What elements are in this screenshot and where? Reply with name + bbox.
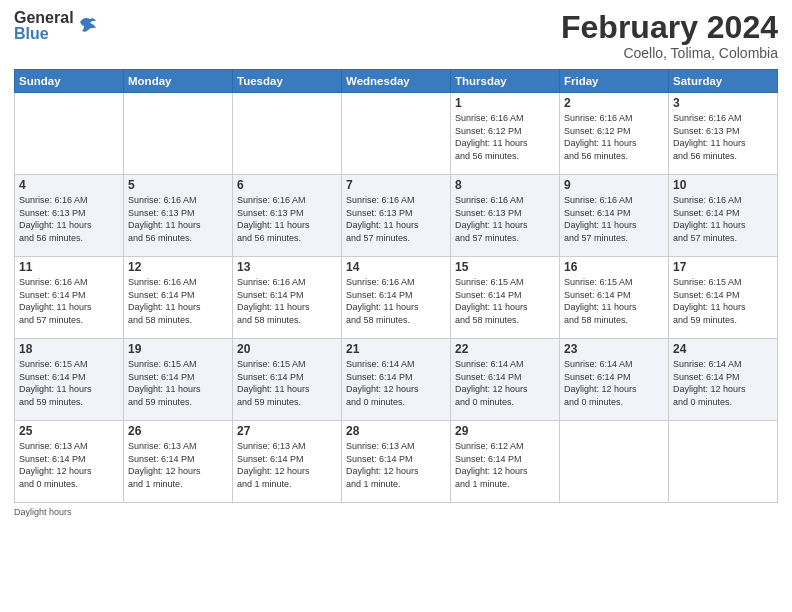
day-number: 26 bbox=[128, 424, 228, 438]
day-info: Sunrise: 6:16 AM Sunset: 6:14 PM Dayligh… bbox=[673, 194, 773, 244]
day-number: 5 bbox=[128, 178, 228, 192]
calendar-day-cell bbox=[560, 421, 669, 503]
calendar-day-cell: 5Sunrise: 6:16 AM Sunset: 6:13 PM Daylig… bbox=[124, 175, 233, 257]
day-info: Sunrise: 6:16 AM Sunset: 6:13 PM Dayligh… bbox=[19, 194, 119, 244]
day-number: 29 bbox=[455, 424, 555, 438]
calendar-day-cell: 12Sunrise: 6:16 AM Sunset: 6:14 PM Dayli… bbox=[124, 257, 233, 339]
calendar-day-cell: 13Sunrise: 6:16 AM Sunset: 6:14 PM Dayli… bbox=[233, 257, 342, 339]
day-number: 15 bbox=[455, 260, 555, 274]
day-number: 23 bbox=[564, 342, 664, 356]
logo-general-text: General bbox=[14, 10, 74, 26]
calendar-week-row: 25Sunrise: 6:13 AM Sunset: 6:14 PM Dayli… bbox=[15, 421, 778, 503]
day-info: Sunrise: 6:16 AM Sunset: 6:12 PM Dayligh… bbox=[455, 112, 555, 162]
day-info: Sunrise: 6:14 AM Sunset: 6:14 PM Dayligh… bbox=[564, 358, 664, 408]
day-number: 3 bbox=[673, 96, 773, 110]
calendar-day-cell: 26Sunrise: 6:13 AM Sunset: 6:14 PM Dayli… bbox=[124, 421, 233, 503]
day-info: Sunrise: 6:15 AM Sunset: 6:14 PM Dayligh… bbox=[455, 276, 555, 326]
calendar-day-cell: 17Sunrise: 6:15 AM Sunset: 6:14 PM Dayli… bbox=[669, 257, 778, 339]
calendar-day-cell: 21Sunrise: 6:14 AM Sunset: 6:14 PM Dayli… bbox=[342, 339, 451, 421]
calendar-day-cell: 29Sunrise: 6:12 AM Sunset: 6:14 PM Dayli… bbox=[451, 421, 560, 503]
calendar-week-row: 4Sunrise: 6:16 AM Sunset: 6:13 PM Daylig… bbox=[15, 175, 778, 257]
calendar-day-cell bbox=[342, 93, 451, 175]
calendar-day-cell: 15Sunrise: 6:15 AM Sunset: 6:14 PM Dayli… bbox=[451, 257, 560, 339]
day-number: 8 bbox=[455, 178, 555, 192]
day-number: 4 bbox=[19, 178, 119, 192]
calendar-day-cell: 28Sunrise: 6:13 AM Sunset: 6:14 PM Dayli… bbox=[342, 421, 451, 503]
day-info: Sunrise: 6:16 AM Sunset: 6:14 PM Dayligh… bbox=[19, 276, 119, 326]
day-number: 20 bbox=[237, 342, 337, 356]
calendar-header-row: SundayMondayTuesdayWednesdayThursdayFrid… bbox=[15, 70, 778, 93]
weekday-header-tuesday: Tuesday bbox=[233, 70, 342, 93]
day-number: 22 bbox=[455, 342, 555, 356]
day-info: Sunrise: 6:16 AM Sunset: 6:14 PM Dayligh… bbox=[346, 276, 446, 326]
logo-blue-text: Blue bbox=[14, 26, 74, 42]
day-number: 17 bbox=[673, 260, 773, 274]
day-info: Sunrise: 6:15 AM Sunset: 6:14 PM Dayligh… bbox=[673, 276, 773, 326]
calendar-day-cell: 25Sunrise: 6:13 AM Sunset: 6:14 PM Dayli… bbox=[15, 421, 124, 503]
weekday-header-friday: Friday bbox=[560, 70, 669, 93]
day-info: Sunrise: 6:14 AM Sunset: 6:14 PM Dayligh… bbox=[346, 358, 446, 408]
day-number: 6 bbox=[237, 178, 337, 192]
calendar-day-cell: 4Sunrise: 6:16 AM Sunset: 6:13 PM Daylig… bbox=[15, 175, 124, 257]
day-number: 10 bbox=[673, 178, 773, 192]
day-info: Sunrise: 6:12 AM Sunset: 6:14 PM Dayligh… bbox=[455, 440, 555, 490]
day-info: Sunrise: 6:15 AM Sunset: 6:14 PM Dayligh… bbox=[128, 358, 228, 408]
day-number: 18 bbox=[19, 342, 119, 356]
day-info: Sunrise: 6:16 AM Sunset: 6:13 PM Dayligh… bbox=[673, 112, 773, 162]
calendar-day-cell: 23Sunrise: 6:14 AM Sunset: 6:14 PM Dayli… bbox=[560, 339, 669, 421]
day-info: Sunrise: 6:13 AM Sunset: 6:14 PM Dayligh… bbox=[237, 440, 337, 490]
calendar-day-cell: 6Sunrise: 6:16 AM Sunset: 6:13 PM Daylig… bbox=[233, 175, 342, 257]
calendar-day-cell: 20Sunrise: 6:15 AM Sunset: 6:14 PM Dayli… bbox=[233, 339, 342, 421]
footer-daylight: Daylight hours bbox=[14, 507, 778, 517]
weekday-header-monday: Monday bbox=[124, 70, 233, 93]
day-number: 21 bbox=[346, 342, 446, 356]
weekday-header-sunday: Sunday bbox=[15, 70, 124, 93]
day-number: 16 bbox=[564, 260, 664, 274]
calendar-day-cell: 2Sunrise: 6:16 AM Sunset: 6:12 PM Daylig… bbox=[560, 93, 669, 175]
day-number: 19 bbox=[128, 342, 228, 356]
calendar-day-cell: 7Sunrise: 6:16 AM Sunset: 6:13 PM Daylig… bbox=[342, 175, 451, 257]
day-number: 12 bbox=[128, 260, 228, 274]
day-info: Sunrise: 6:14 AM Sunset: 6:14 PM Dayligh… bbox=[673, 358, 773, 408]
day-info: Sunrise: 6:16 AM Sunset: 6:13 PM Dayligh… bbox=[128, 194, 228, 244]
day-info: Sunrise: 6:13 AM Sunset: 6:14 PM Dayligh… bbox=[128, 440, 228, 490]
day-number: 14 bbox=[346, 260, 446, 274]
calendar-day-cell bbox=[124, 93, 233, 175]
day-number: 27 bbox=[237, 424, 337, 438]
day-info: Sunrise: 6:15 AM Sunset: 6:14 PM Dayligh… bbox=[19, 358, 119, 408]
day-number: 7 bbox=[346, 178, 446, 192]
day-info: Sunrise: 6:13 AM Sunset: 6:14 PM Dayligh… bbox=[19, 440, 119, 490]
day-number: 25 bbox=[19, 424, 119, 438]
calendar-day-cell: 16Sunrise: 6:15 AM Sunset: 6:14 PM Dayli… bbox=[560, 257, 669, 339]
logo-bird-icon bbox=[76, 14, 100, 38]
day-info: Sunrise: 6:16 AM Sunset: 6:13 PM Dayligh… bbox=[455, 194, 555, 244]
weekday-header-thursday: Thursday bbox=[451, 70, 560, 93]
day-number: 28 bbox=[346, 424, 446, 438]
day-info: Sunrise: 6:14 AM Sunset: 6:14 PM Dayligh… bbox=[455, 358, 555, 408]
calendar-day-cell: 24Sunrise: 6:14 AM Sunset: 6:14 PM Dayli… bbox=[669, 339, 778, 421]
day-info: Sunrise: 6:16 AM Sunset: 6:12 PM Dayligh… bbox=[564, 112, 664, 162]
day-info: Sunrise: 6:16 AM Sunset: 6:13 PM Dayligh… bbox=[346, 194, 446, 244]
calendar-day-cell: 14Sunrise: 6:16 AM Sunset: 6:14 PM Dayli… bbox=[342, 257, 451, 339]
day-number: 11 bbox=[19, 260, 119, 274]
day-info: Sunrise: 6:15 AM Sunset: 6:14 PM Dayligh… bbox=[564, 276, 664, 326]
day-info: Sunrise: 6:16 AM Sunset: 6:14 PM Dayligh… bbox=[128, 276, 228, 326]
calendar-day-cell: 1Sunrise: 6:16 AM Sunset: 6:12 PM Daylig… bbox=[451, 93, 560, 175]
location-subtitle: Coello, Tolima, Colombia bbox=[561, 45, 778, 61]
day-number: 24 bbox=[673, 342, 773, 356]
calendar-day-cell: 8Sunrise: 6:16 AM Sunset: 6:13 PM Daylig… bbox=[451, 175, 560, 257]
day-number: 9 bbox=[564, 178, 664, 192]
calendar-day-cell bbox=[15, 93, 124, 175]
calendar-week-row: 1Sunrise: 6:16 AM Sunset: 6:12 PM Daylig… bbox=[15, 93, 778, 175]
weekday-header-wednesday: Wednesday bbox=[342, 70, 451, 93]
calendar-week-row: 11Sunrise: 6:16 AM Sunset: 6:14 PM Dayli… bbox=[15, 257, 778, 339]
calendar-day-cell bbox=[669, 421, 778, 503]
day-number: 13 bbox=[237, 260, 337, 274]
day-info: Sunrise: 6:16 AM Sunset: 6:14 PM Dayligh… bbox=[237, 276, 337, 326]
day-number: 1 bbox=[455, 96, 555, 110]
calendar-day-cell: 27Sunrise: 6:13 AM Sunset: 6:14 PM Dayli… bbox=[233, 421, 342, 503]
month-year-title: February 2024 bbox=[561, 10, 778, 45]
calendar-day-cell: 18Sunrise: 6:15 AM Sunset: 6:14 PM Dayli… bbox=[15, 339, 124, 421]
calendar-day-cell: 11Sunrise: 6:16 AM Sunset: 6:14 PM Dayli… bbox=[15, 257, 124, 339]
weekday-header-saturday: Saturday bbox=[669, 70, 778, 93]
